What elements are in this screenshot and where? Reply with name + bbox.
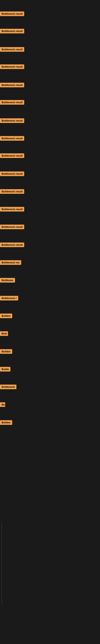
vertical-line — [1, 523, 2, 604]
result-block-7: Bottleneck result — [0, 118, 24, 124]
bottleneck-label-12[interactable]: Bottleneck result — [0, 207, 24, 212]
result-block-16: Bottlenec — [0, 278, 15, 283]
bottleneck-label-3[interactable]: Bottleneck result — [0, 47, 24, 52]
result-block-20: Bottlen — [0, 349, 12, 354]
result-block-11: Bottleneck result — [0, 189, 24, 194]
result-block-12: Bottleneck result — [0, 207, 24, 212]
bottleneck-label-23[interactable]: Bo — [0, 402, 5, 407]
result-block-19: Bott — [0, 331, 8, 337]
bottleneck-label-18[interactable]: Bottlen — [0, 314, 12, 318]
bottleneck-label-9[interactable]: Bottleneck result — [0, 153, 24, 158]
bottleneck-label-2[interactable]: Bottleneck result — [0, 29, 24, 34]
bottleneck-label-6[interactable]: Bottleneck result — [0, 100, 24, 105]
site-header — [0, 0, 100, 2]
bottleneck-label-19[interactable]: Bott — [0, 331, 8, 336]
result-block-3: Bottleneck result — [0, 47, 24, 52]
bottleneck-label-11[interactable]: Bottleneck result — [0, 189, 24, 194]
result-block-2: Bottleneck result — [0, 29, 24, 34]
bottleneck-label-13[interactable]: Bottleneck result — [0, 224, 24, 229]
result-block-17: Bottleneck r — [0, 296, 18, 301]
result-block-21: Bottle — [0, 367, 10, 372]
result-block-1: Bottleneck result — [0, 12, 24, 17]
bottleneck-label-16[interactable]: Bottlenec — [0, 278, 15, 282]
result-block-22: Bottleneck — [0, 384, 16, 390]
bottleneck-label-20[interactable]: Bottlen — [0, 349, 12, 354]
result-block-8: Bottleneck result — [0, 136, 24, 142]
result-block-14: Bottleneck result — [0, 242, 24, 248]
bottleneck-label-17[interactable]: Bottleneck r — [0, 296, 18, 300]
result-block-5: Bottleneck result — [0, 83, 24, 88]
result-block-4: Bottleneck result — [0, 64, 24, 70]
bottleneck-label-22[interactable]: Bottleneck — [0, 384, 16, 389]
page-container: Bottleneck resultBottleneck resultBottle… — [0, 0, 100, 644]
bottleneck-label-4[interactable]: Bottleneck result — [0, 64, 24, 69]
result-block-24: Bottlen — [0, 420, 12, 426]
bottleneck-label-8[interactable]: Bottleneck result — [0, 136, 24, 141]
bottleneck-label-15[interactable]: Bottleneck res — [0, 260, 21, 265]
bottleneck-label-21[interactable]: Bottle — [0, 367, 10, 372]
result-block-6: Bottleneck result — [0, 100, 24, 106]
bottleneck-label-7[interactable]: Bottleneck result — [0, 118, 24, 123]
result-block-10: Bottleneck result — [0, 172, 24, 177]
bottleneck-label-24[interactable]: Bottlen — [0, 420, 12, 425]
result-block-9: Bottleneck result — [0, 153, 24, 159]
bottleneck-label-1[interactable]: Bottleneck result — [0, 12, 24, 16]
bottleneck-label-5[interactable]: Bottleneck result — [0, 83, 24, 87]
bottleneck-label-10[interactable]: Bottleneck result — [0, 172, 24, 176]
bottleneck-label-14[interactable]: Bottleneck result — [0, 242, 24, 247]
result-block-13: Bottleneck result — [0, 224, 24, 230]
result-block-23: Bo — [0, 402, 5, 408]
result-block-18: Bottlen — [0, 314, 12, 319]
result-block-15: Bottleneck res — [0, 260, 21, 266]
